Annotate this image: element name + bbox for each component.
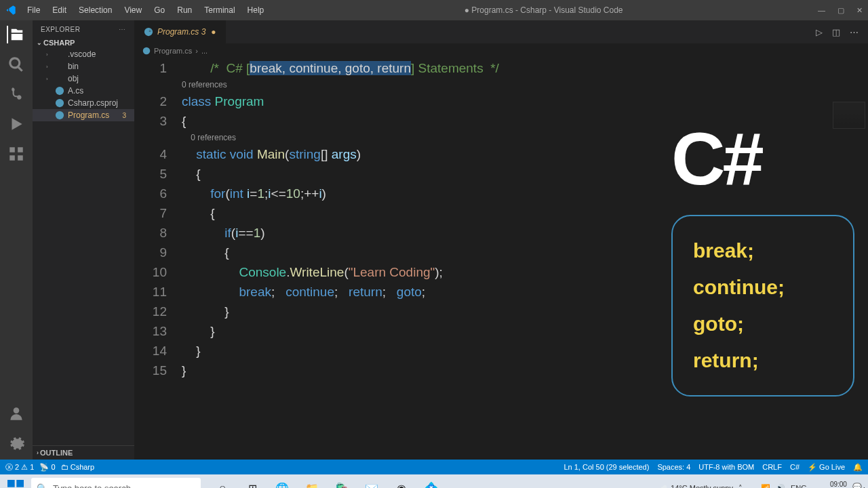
run-debug-icon[interactable] bbox=[7, 115, 25, 133]
status-golive[interactable]: ⚡ Go Live bbox=[808, 463, 845, 472]
tree-item--vscode[interactable]: ›.vscode bbox=[33, 48, 134, 60]
taskbar-search[interactable]: 🔍 Type here to search bbox=[31, 478, 201, 488]
explorer-sidebar: EXPLORER ⋯ ⌄CSHARP ›.vscode›bin›objA.csC… bbox=[33, 20, 134, 460]
breadcrumb[interactable]: Program.cs › ... bbox=[134, 43, 868, 58]
cortana-icon[interactable]: ○ bbox=[210, 478, 235, 488]
menu-terminal[interactable]: Terminal bbox=[199, 3, 240, 18]
close-icon[interactable]: ✕ bbox=[856, 6, 863, 15]
status-encoding[interactable]: UTF-8 with BOM bbox=[698, 463, 754, 471]
status-language[interactable]: C# bbox=[790, 463, 800, 471]
status-bar: ⓧ 2 ⚠ 1 📡 0 🗀 Csharp Ln 1, Col 50 (29 se… bbox=[0, 460, 868, 474]
editor-group: Program.cs 3 ● ▷ ◫ ⋯ Program.cs › ... 12… bbox=[134, 20, 868, 460]
taskview-icon[interactable]: ⊞ bbox=[240, 478, 264, 488]
menu-run[interactable]: Run bbox=[172, 3, 197, 18]
tray-wifi-icon[interactable]: 📶 bbox=[761, 484, 770, 489]
code-editor[interactable]: 123456789101112131415 /* C# [break, cont… bbox=[134, 58, 868, 460]
menu-view[interactable]: View bbox=[119, 3, 147, 18]
outline-header[interactable]: ›OUTLINE bbox=[33, 445, 134, 460]
tab-bar: Program.cs 3 ● ▷ ◫ ⋯ bbox=[134, 20, 868, 43]
tray-volume-icon[interactable]: 🔊 bbox=[776, 484, 785, 489]
tree-item-obj[interactable]: ›obj bbox=[33, 73, 134, 85]
accounts-icon[interactable] bbox=[7, 405, 25, 423]
tree-item-bin[interactable]: ›bin bbox=[33, 60, 134, 73]
tray-onedrive-icon[interactable]: ☁ bbox=[748, 484, 755, 489]
extensions-icon[interactable] bbox=[7, 145, 25, 163]
explorer-icon[interactable]: 📁 bbox=[300, 478, 324, 488]
windows-taskbar: 🔍 Type here to search ○ ⊞ 🌐 📁 🛍️ ✉️ ◉ 💠 … bbox=[0, 474, 868, 488]
run-icon[interactable]: ▷ bbox=[816, 27, 823, 37]
minimap[interactable] bbox=[833, 102, 865, 129]
menu-bar: File Edit Selection View Go Run Terminal… bbox=[22, 3, 269, 18]
source-control-icon[interactable] bbox=[7, 85, 25, 103]
menu-file[interactable]: File bbox=[22, 3, 45, 18]
status-bell-icon[interactable]: 🔔 bbox=[853, 463, 863, 472]
status-folder[interactable]: 🗀 Csharp bbox=[61, 463, 95, 471]
tab-program-cs[interactable]: Program.cs 3 ● bbox=[134, 20, 226, 43]
status-cursor[interactable]: Ln 1, Col 50 (29 selected) bbox=[564, 463, 649, 471]
chrome-icon[interactable]: ◉ bbox=[389, 478, 414, 488]
folder-header[interactable]: ⌄CSHARP bbox=[33, 37, 134, 48]
vscode-logo-icon bbox=[5, 5, 16, 16]
activity-bar bbox=[0, 20, 33, 460]
file-tree: ›.vscode›bin›objA.csCsharp.csprojProgram… bbox=[33, 48, 134, 121]
status-ports[interactable]: 📡 0 bbox=[39, 463, 55, 472]
tree-item-csharp-csproj[interactable]: Csharp.csproj bbox=[33, 97, 134, 109]
weather-widget[interactable]: ☁️ 14°C Mostly sunny bbox=[659, 484, 733, 489]
unsaved-dot-icon: ● bbox=[211, 27, 216, 37]
tree-item-a-cs[interactable]: A.cs bbox=[33, 85, 134, 97]
line-gutter: 123456789101112131415 bbox=[134, 58, 182, 460]
tray-language[interactable]: ENG bbox=[791, 484, 807, 488]
maximize-icon[interactable]: ▢ bbox=[837, 6, 844, 15]
tray-notifications-icon[interactable]: 💬4 bbox=[852, 483, 865, 488]
search-icon: 🔍 bbox=[37, 483, 47, 489]
start-button[interactable] bbox=[3, 477, 28, 488]
search-icon[interactable] bbox=[7, 56, 25, 73]
settings-icon[interactable] bbox=[7, 435, 25, 453]
explorer-icon[interactable] bbox=[7, 26, 24, 43]
mail-icon[interactable]: ✉️ bbox=[359, 478, 384, 488]
store-icon[interactable]: 🛍️ bbox=[330, 478, 354, 488]
explorer-title: EXPLORER bbox=[41, 26, 80, 33]
csharp-file-icon bbox=[144, 27, 153, 37]
status-errors[interactable]: ⓧ 2 ⚠ 1 bbox=[5, 462, 34, 472]
minimize-icon[interactable]: — bbox=[818, 6, 825, 15]
status-eol[interactable]: CRLF bbox=[762, 463, 782, 471]
explorer-more-icon[interactable]: ⋯ bbox=[119, 26, 126, 33]
window-title: ● Program.cs - Csharp - Visual Studio Co… bbox=[269, 5, 818, 15]
menu-selection[interactable]: Selection bbox=[73, 3, 117, 18]
menu-help[interactable]: Help bbox=[242, 3, 270, 18]
menu-edit[interactable]: Edit bbox=[47, 3, 72, 18]
split-editor-icon[interactable]: ◫ bbox=[832, 27, 840, 37]
tray-clock[interactable]: 09:0030-12-2021 bbox=[812, 481, 847, 488]
csharp-file-icon bbox=[142, 47, 151, 55]
status-spaces[interactable]: Spaces: 4 bbox=[657, 463, 690, 471]
tray-chevron-icon[interactable]: ˄ bbox=[738, 484, 743, 489]
tree-item-program-cs[interactable]: Program.cs3 bbox=[33, 109, 134, 121]
more-actions-icon[interactable]: ⋯ bbox=[850, 27, 859, 37]
edge-icon[interactable]: 🌐 bbox=[270, 478, 294, 488]
vscode-icon[interactable]: 💠 bbox=[419, 478, 443, 488]
menu-go[interactable]: Go bbox=[149, 3, 170, 18]
title-bar: File Edit Selection View Go Run Terminal… bbox=[0, 0, 868, 20]
